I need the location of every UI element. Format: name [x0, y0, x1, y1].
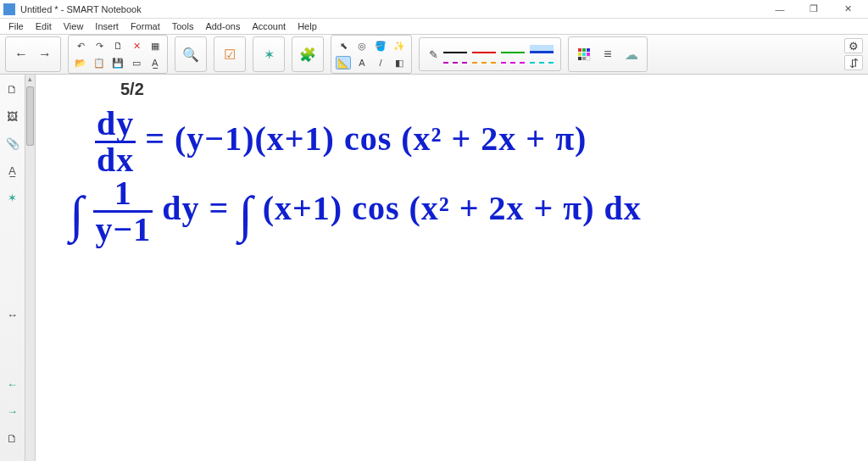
menu-addons[interactable]: Add-ons	[200, 20, 245, 32]
response-group: ☑	[214, 36, 246, 72]
addon-button[interactable]: ✶	[257, 39, 281, 69]
page-number-label: 5/2	[120, 80, 144, 99]
prev-page-button[interactable]: ←	[9, 39, 33, 69]
pen-blue-icon[interactable]	[530, 45, 554, 53]
menu-insert[interactable]: Insert	[90, 20, 124, 32]
toolbar: ← → ↶ ↷ 🗋 ✕ ▦ 📂 📋 💾 ▭ A̲ 🔍 ☑ ✶ 🧩 ⬉ ◎ 🪣 ✨…	[0, 34, 868, 75]
color-picker-button[interactable]	[572, 39, 596, 69]
delete-page-button[interactable]: ✕	[129, 39, 144, 53]
pen-black-icon[interactable]	[443, 45, 467, 53]
select-tools-group: ⬉ ◎ 🪣 ✨ 📐 A / ◧	[331, 35, 412, 74]
doc-camera-button[interactable]: A̲	[147, 56, 163, 69]
equation-rhs: = (y−1)(x+1) cos (x² + 2x + π)	[136, 119, 587, 158]
undo-button[interactable]: ↶	[73, 39, 88, 53]
numerator: 1	[93, 176, 153, 213]
open-button[interactable]: 📂	[73, 56, 88, 69]
svg-rect-1	[582, 48, 586, 52]
minimize-button[interactable]: —	[763, 1, 797, 18]
side-rail: 🗋 🖼 📎 A̲ ✶ ↔ ← → 🗋	[0, 75, 25, 461]
denominator: dx	[95, 143, 136, 177]
vertical-scrollbar[interactable]: ▴	[25, 75, 36, 461]
addons-tab[interactable]: ✶	[3, 188, 22, 207]
toolbar-right-group: ⚙ ⇵	[844, 38, 863, 70]
shape-tool-button[interactable]: ◎	[354, 39, 370, 53]
magic-tool-button[interactable]: ✨	[392, 39, 407, 53]
screen-shade-button[interactable]: ▭	[129, 56, 144, 69]
ruler-tool-button[interactable]: 📐	[336, 56, 351, 69]
svg-rect-0	[578, 48, 581, 52]
menu-view[interactable]: View	[58, 20, 89, 32]
pen-magenta-dashed-icon[interactable]	[443, 55, 467, 64]
line-style-button[interactable]: ≡	[596, 39, 620, 69]
nav-group: ← →	[5, 36, 61, 72]
handwriting-line-2[interactable]: ∫ 1 y−1 dy = ∫ (x+1) cos (x² + 2x + π) d…	[70, 176, 642, 247]
settings-button[interactable]: ⚙	[844, 38, 863, 53]
menu-file[interactable]: File	[3, 20, 29, 32]
page-sorter-tab[interactable]: 🗋	[3, 80, 22, 98]
window-title: Untitled * - SMART Notebook	[20, 4, 763, 14]
toolbar-position-button[interactable]: ⇵	[844, 55, 863, 70]
response-button[interactable]: ☑	[218, 39, 242, 69]
fraction-dy-dx: dy dx	[95, 107, 136, 177]
numerator: dy	[95, 107, 136, 143]
activity-group: 🧩	[292, 36, 324, 72]
pen-orange-dashed-icon[interactable]	[472, 55, 496, 64]
color-swatch-icon	[577, 47, 591, 61]
main-area: 🗋 🖼 📎 A̲ ✶ ↔ ← → 🗋 ▴ 5/2 dy dx = (y−1)(x…	[0, 75, 868, 461]
pen-cyan-dashed-icon[interactable]	[530, 55, 554, 64]
rail-page-icon[interactable]: 🗋	[3, 429, 22, 447]
save-button[interactable]: 💾	[110, 56, 125, 69]
redo-button[interactable]: ↷	[92, 39, 107, 53]
integral-icon: ∫	[70, 186, 84, 244]
insert-table-button[interactable]: ▦	[147, 39, 163, 53]
maximize-button[interactable]: ❐	[797, 1, 831, 18]
pen-pink-dashed-icon[interactable]	[501, 55, 525, 64]
canvas[interactable]: 5/2 dy dx = (y−1)(x+1) cos (x² + 2x + π)…	[36, 75, 868, 461]
rail-next-button[interactable]: →	[3, 402, 22, 420]
attachments-tab[interactable]: 📎	[3, 134, 22, 153]
text-tool-button[interactable]: A	[354, 56, 370, 69]
handwriting-line-1[interactable]: dy dx = (y−1)(x+1) cos (x² + 2x + π)	[95, 107, 587, 177]
pen-green-icon[interactable]	[501, 45, 525, 53]
svg-rect-7	[582, 57, 586, 60]
activity-button[interactable]: 🧩	[296, 39, 320, 69]
menu-bar: File Edit View Insert Format Tools Add-o…	[0, 19, 868, 34]
select-tool-button[interactable]: ⬉	[336, 39, 351, 53]
rail-prev-button[interactable]: ←	[3, 375, 22, 393]
view-group: 🔍	[175, 36, 207, 72]
file-edit-group: ↶ ↷ 🗋 ✕ ▦ 📂 📋 💾 ▭ A̲	[68, 35, 168, 74]
next-page-button[interactable]: →	[33, 39, 57, 69]
gallery-tab[interactable]: 🖼	[3, 107, 22, 125]
fill-tool-button[interactable]: 🪣	[373, 39, 388, 53]
menu-edit[interactable]: Edit	[31, 20, 57, 32]
window-controls: — ❐ ✕	[763, 1, 865, 18]
zoom-button[interactable]: 🔍	[179, 39, 203, 69]
title-bar: Untitled * - SMART Notebook — ❐ ✕	[0, 0, 868, 19]
scroll-up-icon[interactable]: ▴	[25, 75, 35, 85]
svg-rect-2	[587, 48, 590, 52]
line-tool-button[interactable]: /	[373, 56, 388, 69]
new-page-button[interactable]: 🗋	[110, 39, 125, 53]
fraction-1-over-y-1: 1 y−1	[93, 176, 153, 247]
pen-group: ✎	[419, 37, 561, 71]
menu-help[interactable]: Help	[292, 20, 322, 32]
menu-account[interactable]: Account	[247, 20, 291, 32]
pen-tool-button[interactable]: ✎	[425, 40, 442, 69]
menu-tools[interactable]: Tools	[167, 20, 199, 32]
integral-icon: ∫	[238, 186, 253, 244]
eraser-tool-button[interactable]: ◧	[392, 56, 407, 69]
svg-rect-8	[587, 57, 590, 60]
menu-format[interactable]: Format	[125, 20, 165, 32]
scroll-thumb[interactable]	[26, 86, 34, 146]
svg-rect-4	[582, 53, 586, 56]
drag-handle-icon[interactable]: ↔	[3, 305, 22, 324]
paste-button[interactable]: 📋	[92, 56, 107, 69]
close-button[interactable]: ✕	[831, 1, 865, 18]
pen-red-icon[interactable]	[472, 45, 496, 53]
cloud-button[interactable]: ☁	[620, 39, 643, 69]
svg-rect-5	[587, 53, 590, 56]
dy-equals: dy =	[153, 189, 238, 227]
integrand-rhs: (x+1) cos (x² + 2x + π) dx	[253, 189, 642, 227]
app-icon	[3, 3, 15, 15]
properties-tab[interactable]: A̲	[3, 161, 22, 180]
